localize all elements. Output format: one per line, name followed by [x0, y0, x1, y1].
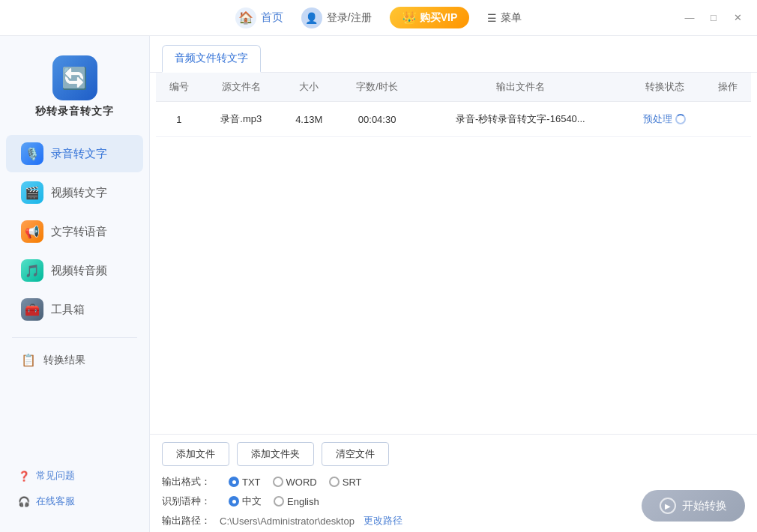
col-header-action: 操作: [705, 73, 751, 102]
add-file-button[interactable]: 添加文件: [162, 442, 229, 466]
output-format-label: 输出格式：: [162, 475, 211, 489]
output-path-value: C:\Users\Administrator\desktop: [220, 516, 355, 527]
col-header-size: 大小: [280, 73, 338, 102]
table-container: 编号 源文件名 大小 字数/时长 输出文件名 转换状态 操作 1 录音.mp3: [150, 73, 757, 434]
support-button[interactable]: 🎧 在线客服: [0, 489, 149, 514]
titlebar-center: 🏠 首页 👤 登录/注册 👑 购买VIP ☰ 菜单: [235, 7, 522, 28]
minimize-button[interactable]: —: [682, 10, 697, 25]
recording-icon: 🎙️: [21, 142, 43, 165]
sidebar-item-tts[interactable]: 📢 文字转语音: [6, 213, 143, 250]
sidebar-item-recording[interactable]: 🎙️ 录音转文字: [6, 135, 143, 172]
file-table: 编号 源文件名 大小 字数/时长 输出文件名 转换状态 操作 1 录音.mp3: [156, 73, 751, 137]
titlebar: 🏠 首页 👤 登录/注册 👑 购买VIP ☰ 菜单 — □ ✕: [0, 0, 757, 36]
lang-chinese-label: 中文: [242, 495, 262, 508]
user-login-button[interactable]: 👤 登录/注册: [301, 7, 372, 28]
change-path-button[interactable]: 更改路径: [364, 514, 402, 528]
avatar: 👤: [301, 7, 322, 28]
start-convert-button[interactable]: ▶ 开始转换: [642, 490, 745, 522]
faq-label: 常见问题: [36, 469, 75, 483]
close-button[interactable]: ✕: [730, 10, 745, 25]
format-txt-radio[interactable]: [229, 477, 239, 487]
clear-files-button[interactable]: 清空文件: [322, 442, 389, 466]
video-icon: 🎬: [21, 181, 43, 204]
maximize-button[interactable]: □: [706, 10, 721, 25]
cell-source-name: 录音.mp3: [202, 102, 280, 137]
format-word-option[interactable]: WORD: [273, 477, 317, 488]
cell-id: 1: [156, 102, 202, 137]
video-audio-icon: 🎵: [21, 259, 43, 282]
sidebar-logo: 🔄 秒转录音转文字: [0, 48, 149, 133]
support-label: 在线客服: [36, 495, 75, 508]
app-logo-icon: 🔄: [52, 55, 97, 100]
cell-size: 4.13M: [280, 102, 338, 137]
table-body: 1 录音.mp3 4.13M 00:04:30 录音-秒转录音转文字-16540…: [156, 102, 751, 137]
home-label: 首页: [261, 10, 283, 25]
table-row: 1 录音.mp3 4.13M 00:04:30 录音-秒转录音转文字-16540…: [156, 102, 751, 137]
sidebar-nav: 🎙️ 录音转文字 🎬 视频转文字 📢 文字转语音 🎵 视频转音频 🧰 工具箱: [0, 133, 149, 330]
sidebar: 🔄 秒转录音转文字 🎙️ 录音转文字 🎬 视频转文字 📢 文字转语音 🎵 视频转…: [0, 36, 150, 532]
sidebar-recording-label: 录音转文字: [51, 147, 107, 161]
format-txt-option[interactable]: TXT: [229, 477, 261, 488]
faq-icon: ❓: [18, 471, 30, 482]
tab-bar: 音频文件转文字: [162, 45, 745, 72]
lang-chinese-option[interactable]: 中文: [229, 495, 262, 508]
app-name: 秒转录音转文字: [35, 105, 114, 118]
add-folder-button[interactable]: 添加文件夹: [237, 442, 314, 466]
output-format-row: 输出格式： TXT WORD SRT: [162, 475, 745, 489]
crown-icon: 👑: [402, 10, 417, 25]
sidebar-item-results[interactable]: 📋 转换结果: [6, 347, 143, 373]
cell-output-name: 录音-秒转录音转文字-16540...: [417, 102, 624, 137]
user-label: 登录/注册: [327, 11, 372, 25]
sidebar-divider: [12, 337, 137, 338]
results-icon: 📋: [21, 353, 36, 367]
cell-action: [705, 102, 751, 137]
vip-button[interactable]: 👑 购买VIP: [390, 7, 470, 28]
lang-english-label: English: [287, 496, 319, 507]
sidebar-toolbox-label: 工具箱: [51, 303, 85, 317]
sidebar-video-audio-label: 视频转音频: [51, 264, 107, 278]
tab-label: 音频文件转文字: [175, 52, 248, 64]
content-wrapper: 编号 源文件名 大小 字数/时长 输出文件名 转换状态 操作 1 录音.mp3: [150, 73, 757, 532]
results-label: 转换结果: [43, 354, 85, 367]
play-icon: ▶: [660, 498, 676, 514]
sidebar-item-video[interactable]: 🎬 视频转文字: [6, 174, 143, 211]
format-srt-label: SRT: [343, 477, 362, 488]
sidebar-item-toolbox[interactable]: 🧰 工具箱: [6, 291, 143, 328]
language-group: 中文 English: [229, 495, 319, 508]
format-srt-radio[interactable]: [329, 477, 340, 487]
tts-icon: 📢: [21, 220, 43, 243]
status-text: 预处理: [643, 112, 672, 126]
lang-english-option[interactable]: English: [274, 496, 319, 507]
format-word-radio[interactable]: [273, 477, 283, 487]
col-header-id: 编号: [156, 73, 202, 102]
sidebar-video-label: 视频转文字: [51, 186, 107, 200]
format-srt-option[interactable]: SRT: [329, 477, 362, 488]
vip-label: 购买VIP: [420, 11, 458, 25]
lang-chinese-radio[interactable]: [229, 496, 239, 507]
window-controls: — □ ✕: [682, 10, 745, 25]
main-layout: 🔄 秒转录音转文字 🎙️ 录音转文字 🎬 视频转文字 📢 文字转语音 🎵 视频转…: [0, 36, 757, 532]
faq-button[interactable]: ❓ 常见问题: [0, 463, 149, 489]
col-header-output: 输出文件名: [417, 73, 624, 102]
tab-audio-to-text[interactable]: 音频文件转文字: [162, 45, 261, 73]
sidebar-bottom: ❓ 常见问题 🎧 在线客服: [0, 457, 149, 520]
output-format-group: TXT WORD SRT: [229, 477, 362, 488]
sidebar-item-video-audio[interactable]: 🎵 视频转音频: [6, 252, 143, 289]
menu-icon: ☰: [487, 12, 497, 24]
file-buttons: 添加文件 添加文件夹 清空文件: [162, 442, 745, 466]
content-area: 音频文件转文字 编号 源文件名 大小 字数/时长 输出文件名 转换状态: [150, 36, 757, 532]
table-head: 编号 源文件名 大小 字数/时长 输出文件名 转换状态 操作: [156, 73, 751, 102]
col-header-status: 转换状态: [624, 73, 705, 102]
format-word-label: WORD: [286, 477, 317, 488]
start-convert-label: 开始转换: [682, 499, 727, 513]
format-txt-label: TXT: [242, 477, 261, 488]
menu-button[interactable]: ☰ 菜单: [487, 11, 522, 25]
col-header-source: 源文件名: [202, 73, 280, 102]
col-header-duration: 字数/时长: [338, 73, 417, 102]
home-icon: 🏠: [235, 7, 256, 28]
output-path-label: 输出路径：: [162, 514, 211, 528]
support-icon: 🎧: [18, 496, 30, 507]
home-button[interactable]: 🏠 首页: [235, 7, 283, 28]
language-label: 识别语种：: [162, 495, 211, 508]
lang-english-radio[interactable]: [274, 496, 284, 507]
